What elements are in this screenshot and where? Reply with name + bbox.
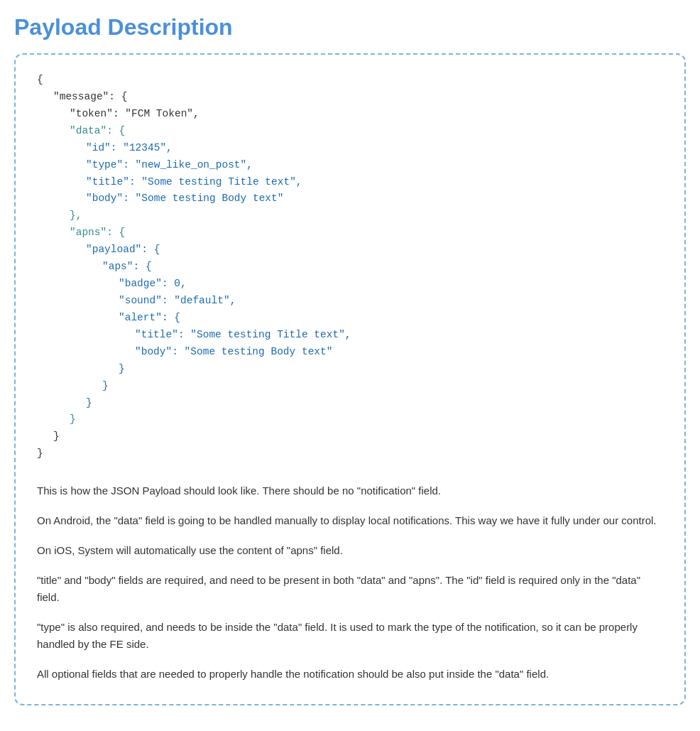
code-line: "sound": "default", — [37, 293, 663, 310]
page-title: Payload Description — [14, 14, 686, 40]
description-paragraph: This is how the JSON Payload should look… — [37, 482, 663, 499]
description-paragraph: "type" is also required, and needs to be… — [37, 619, 663, 653]
description-paragraph: "title" and "body" fields are required, … — [37, 572, 663, 606]
description-paragraph: All optional fields that are needed to p… — [37, 666, 663, 683]
code-line: } — [37, 445, 663, 462]
code-line: } — [37, 395, 663, 412]
description-paragraph: On Android, the "data" field is going to… — [37, 512, 663, 529]
code-line: "aps": { — [37, 259, 663, 276]
code-line: "body": "Some testing Body text" — [37, 344, 663, 361]
code-block: {"message": {"token": "FCM Token","data"… — [37, 72, 663, 462]
code-line: { — [37, 72, 663, 89]
code-line: "token": "FCM Token", — [37, 106, 663, 123]
description-paragraph: On iOS, System will automatically use th… — [37, 542, 663, 559]
description-section: This is how the JSON Payload should look… — [37, 482, 663, 683]
code-line: } — [37, 428, 663, 445]
code-line: "alert": { — [37, 310, 663, 327]
code-line: "payload": { — [37, 242, 663, 259]
code-line: "id": "12345", — [37, 140, 663, 157]
code-line: "type": "new_like_on_post", — [37, 157, 663, 174]
code-line: "message": { — [37, 89, 663, 106]
code-line: "title": "Some testing Title text", — [37, 174, 663, 191]
code-line: } — [37, 361, 663, 378]
code-line: } — [37, 411, 663, 428]
code-line: } — [37, 378, 663, 395]
code-line: "body": "Some testing Body text" — [37, 190, 663, 207]
code-line: }, — [37, 207, 663, 224]
main-container: {"message": {"token": "FCM Token","data"… — [14, 53, 686, 705]
code-line: "apns": { — [37, 224, 663, 242]
code-line: "data": { — [37, 123, 663, 140]
code-line: "badge": 0, — [37, 276, 663, 293]
code-line: "title": "Some testing Title text", — [37, 327, 663, 344]
